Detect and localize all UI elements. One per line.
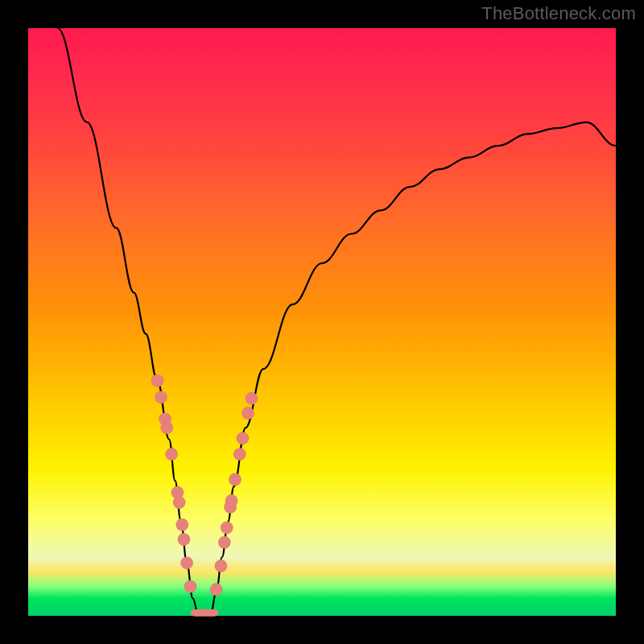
marker-dot xyxy=(233,448,246,460)
marker-dot xyxy=(151,374,164,387)
marker-dot xyxy=(246,392,258,405)
marker-dot xyxy=(178,533,191,546)
marker-dot xyxy=(229,473,242,486)
curve-line xyxy=(58,28,617,616)
watermark-text: TheBottleneck.com xyxy=(481,3,636,24)
marker-dot xyxy=(180,557,193,570)
marker-dot xyxy=(215,559,228,572)
marker-dot xyxy=(175,518,188,531)
marker-dot xyxy=(173,496,186,509)
marker-dot xyxy=(155,391,167,404)
marker-dot xyxy=(242,407,254,419)
marker-dot xyxy=(218,536,231,549)
frame: TheBottleneck.com xyxy=(0,0,644,644)
marker-dot xyxy=(165,448,178,460)
plot-area xyxy=(28,28,616,616)
marker-dot xyxy=(184,580,197,593)
marker-dot xyxy=(221,522,233,535)
marker-dot xyxy=(210,583,223,596)
curve-markers xyxy=(151,374,258,617)
marker-dot xyxy=(225,494,238,507)
chart-svg xyxy=(28,28,616,616)
marker-dot xyxy=(208,609,218,617)
marker-dot xyxy=(160,422,173,435)
marker-dot xyxy=(237,432,250,445)
